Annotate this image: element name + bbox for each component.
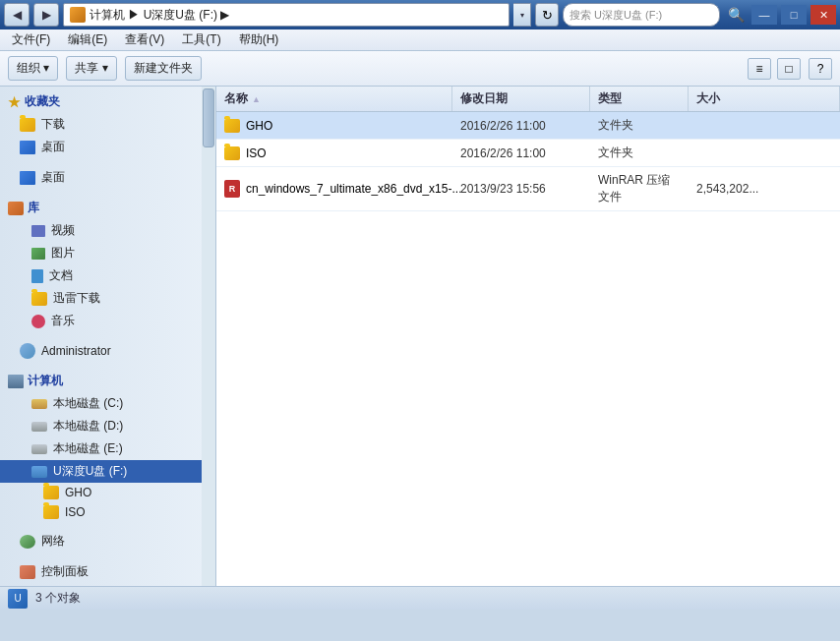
file-type: 文件夹 (598, 118, 633, 132)
minimize-button[interactable]: — (751, 5, 777, 25)
folder-icon (224, 146, 240, 160)
sidebar-item-label: 图片 (51, 245, 75, 262)
address-bar[interactable]: 计算机 ▶ U深度U盘 (F:) ▶ (63, 3, 510, 27)
column-header-date[interactable]: 修改日期 (452, 87, 590, 111)
sidebar-item-label: 文档 (49, 267, 73, 284)
folder-icon (43, 505, 59, 519)
sidebar: ★ 收藏夹 下载 桌面 桌面 (0, 87, 216, 586)
sidebar-item-administrator[interactable]: Administrator (0, 340, 202, 362)
share-button[interactable]: 共享 ▾ (66, 56, 116, 81)
sidebar-item-label: 音乐 (51, 313, 75, 329)
sidebar-section-network: 网络 (0, 526, 202, 556)
drive-d-icon (31, 422, 47, 432)
file-date: 2016/2/26 11:00 (460, 146, 546, 160)
sidebar-item-gho[interactable]: GHO (0, 483, 202, 502)
menu-bar: 文件(F) 编辑(E) 查看(V) 工具(T) 帮助(H) (0, 29, 840, 51)
sort-indicator: ▲ (252, 94, 261, 104)
sidebar-item-label: 下载 (41, 116, 65, 133)
file-name: GHO (246, 119, 272, 133)
sidebar-item-label: GHO (65, 486, 91, 499)
user-icon (20, 343, 35, 359)
control-panel-icon (20, 565, 35, 579)
sidebar-item-video[interactable]: 视频 (0, 219, 202, 242)
sidebar-item-label: 本地磁盘 (D:) (53, 418, 123, 435)
sidebar-item-label: 本地磁盘 (C:) (53, 395, 123, 412)
table-row[interactable]: ISO 2016/2/26 11:00 文件夹 (216, 140, 840, 167)
sidebar-section-computer: 计算机 本地磁盘 (C:) 本地磁盘 (D:) 本地磁盘 (E:) U深度U盘 … (0, 366, 202, 526)
sidebar-item-label: 网络 (41, 533, 65, 550)
sidebar-item-label: Administrator (41, 344, 111, 358)
sidebar-library-header[interactable]: 库 (0, 197, 202, 219)
sidebar-item-label: ISO (65, 505, 86, 519)
sidebar-item-download[interactable]: 下载 (0, 113, 202, 136)
sidebar-item-drive-e[interactable]: 本地磁盘 (E:) (0, 437, 202, 460)
new-folder-button[interactable]: 新建文件夹 (125, 56, 202, 81)
forward-button[interactable]: ▶ (33, 3, 59, 27)
usb-icon (31, 466, 47, 478)
address-dropdown-button[interactable]: ▾ (513, 3, 531, 27)
sidebar-item-desktop-main[interactable]: 桌面 (0, 166, 202, 189)
organize-button[interactable]: 组织 ▾ (8, 56, 58, 81)
column-header-name[interactable]: 名称 ▲ (216, 87, 452, 111)
table-row[interactable]: cn_windows_7_ultimate_x86_dvd_x15-... 20… (216, 167, 840, 211)
sidebar-section-admin: Administrator (0, 336, 202, 366)
sidebar-favorites-label: 收藏夹 (25, 93, 60, 110)
back-button[interactable]: ◀ (4, 3, 30, 27)
maximize-button[interactable]: □ (781, 5, 807, 25)
network-icon (20, 535, 35, 549)
drive-e-icon (31, 444, 47, 454)
sidebar-item-label: 桌面 (41, 169, 65, 186)
menu-view[interactable]: 查看(V) (117, 29, 172, 50)
sidebar-item-drive-d[interactable]: 本地磁盘 (D:) (0, 415, 202, 437)
search-button[interactable]: 🔍 (724, 3, 748, 27)
folder-icon (224, 119, 240, 133)
sidebar-item-drive-c[interactable]: 本地磁盘 (C:) (0, 392, 202, 415)
menu-help[interactable]: 帮助(H) (231, 29, 287, 50)
drive-c-icon (31, 399, 47, 409)
column-header-size[interactable]: 大小 (689, 87, 840, 111)
sidebar-item-iso[interactable]: ISO (0, 502, 202, 522)
file-type: WinRAR 压缩文件 (598, 173, 670, 204)
table-row[interactable]: GHO 2016/2/26 11:00 文件夹 (216, 112, 840, 140)
help-button[interactable]: ? (809, 58, 832, 80)
sidebar-item-control-panel[interactable]: 控制面板 (0, 560, 202, 583)
rar-icon (224, 180, 240, 198)
sidebar-section-favorites: ★ 收藏夹 下载 桌面 (0, 87, 202, 162)
sidebar-item-label: U深度U盘 (F:) (53, 463, 127, 480)
desktop-icon (20, 141, 35, 154)
sidebar-item-label: 迅雷下载 (53, 290, 100, 307)
sidebar-section-desktop: 桌面 (0, 162, 202, 193)
folder-icon (31, 292, 47, 306)
sidebar-item-network[interactable]: 网络 (0, 530, 202, 553)
sidebar-item-thunder[interactable]: 迅雷下载 (0, 287, 202, 310)
menu-tools[interactable]: 工具(T) (174, 29, 228, 50)
sidebar-computer-header[interactable]: 计算机 (0, 370, 202, 392)
address-text: 计算机 ▶ U深度U盘 (F:) ▶ (90, 7, 503, 24)
sidebar-item-document[interactable]: 文档 (0, 264, 202, 287)
sidebar-item-usb-f[interactable]: U深度U盘 (F:) (0, 460, 202, 483)
sidebar-favorites-header[interactable]: ★ 收藏夹 (0, 90, 202, 113)
file-list-body: GHO 2016/2/26 11:00 文件夹 ISO (216, 112, 840, 586)
view-controls: ≡ □ ? (748, 58, 832, 80)
sidebar-item-label: 本地磁盘 (E:) (53, 440, 123, 457)
video-icon (31, 225, 45, 237)
sidebar-item-picture[interactable]: 图片 (0, 242, 202, 264)
view-mode-button[interactable]: ≡ (748, 58, 771, 80)
status-bar: U 3 个对象 (0, 586, 840, 610)
sidebar-scrollthumb[interactable] (203, 88, 214, 147)
main-layout: ★ 收藏夹 下载 桌面 桌面 (0, 87, 840, 586)
sidebar-item-desktop-fav[interactable]: 桌面 (0, 136, 202, 158)
menu-file[interactable]: 文件(F) (4, 29, 58, 50)
refresh-button[interactable]: ↻ (535, 3, 559, 27)
column-header-type[interactable]: 类型 (590, 87, 689, 111)
picture-icon (31, 248, 45, 260)
folder-icon (20, 118, 35, 132)
search-box[interactable]: 搜索 U深度U盘 (F:) (563, 3, 720, 27)
close-button[interactable]: ✕ (810, 5, 836, 25)
sidebar-item-music[interactable]: 音乐 (0, 310, 202, 332)
library-icon (8, 202, 24, 215)
toolbar: 组织 ▾ 共享 ▾ 新建文件夹 ≡ □ ? (0, 51, 840, 87)
menu-edit[interactable]: 编辑(E) (60, 29, 115, 50)
file-date: 2013/9/23 15:56 (460, 182, 546, 196)
preview-pane-button[interactable]: □ (777, 58, 801, 80)
